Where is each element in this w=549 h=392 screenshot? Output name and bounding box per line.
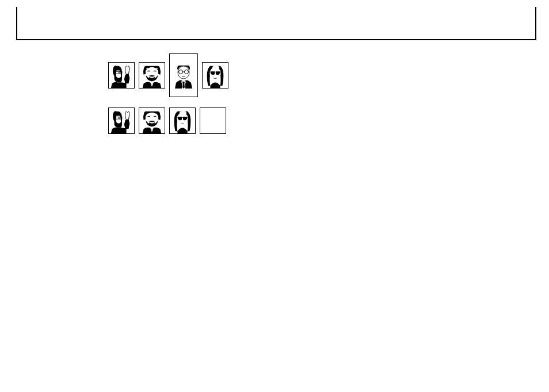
portrait-b-icon [139, 63, 165, 88]
portrait-c-icon [170, 62, 197, 89]
portrait-d-icon [203, 63, 228, 88]
thumbnail-portrait-a[interactable] [108, 62, 135, 89]
thumbnail-row [108, 62, 228, 89]
portrait-a-icon [109, 108, 134, 133]
header-bar [16, 7, 536, 40]
portrait-a-icon [109, 63, 134, 88]
thumbnail-empty-slot[interactable] [200, 107, 226, 134]
svg-point-7 [178, 66, 189, 79]
thumbnail-row [108, 107, 228, 134]
thumbnail-portrait-d[interactable] [202, 62, 228, 89]
thumbnail-portrait-a[interactable] [108, 107, 135, 134]
thumbnail-portrait-d[interactable] [169, 107, 196, 134]
portrait-b-icon [139, 108, 165, 133]
thumbnail-portrait-c-selected[interactable] [169, 53, 198, 97]
thumbnail-rows [108, 62, 228, 153]
thumbnail-portrait-b[interactable] [139, 62, 165, 89]
thumbnail-portrait-b[interactable] [139, 107, 165, 134]
portrait-d-icon [170, 108, 195, 133]
